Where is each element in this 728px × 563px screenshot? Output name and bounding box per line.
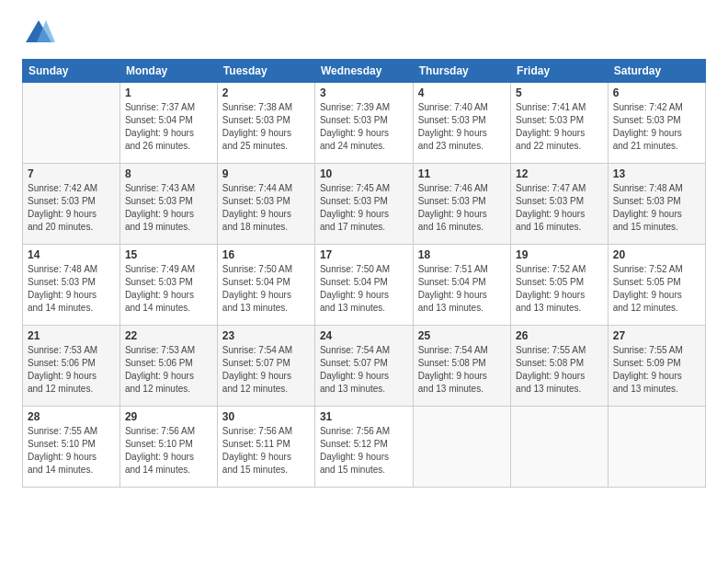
calendar-cell: 31Sunrise: 7:56 AM Sunset: 5:12 PM Dayli… (314, 407, 413, 488)
day-info: Sunrise: 7:56 AM Sunset: 5:12 PM Dayligh… (320, 425, 408, 477)
calendar-cell: 1Sunrise: 7:37 AM Sunset: 5:04 PM Daylig… (119, 83, 217, 164)
calendar-cell (23, 83, 120, 164)
day-info: Sunrise: 7:46 AM Sunset: 5:03 PM Dayligh… (418, 182, 506, 234)
calendar-cell: 26Sunrise: 7:55 AM Sunset: 5:08 PM Dayli… (511, 326, 609, 407)
calendar-cell: 30Sunrise: 7:56 AM Sunset: 5:11 PM Dayli… (217, 407, 314, 488)
page: SundayMondayTuesdayWednesdayThursdayFrid… (0, 0, 728, 563)
day-number: 25 (418, 329, 506, 342)
day-info: Sunrise: 7:38 AM Sunset: 5:03 PM Dayligh… (222, 101, 310, 153)
calendar-cell (413, 407, 510, 488)
day-number: 31 (320, 410, 408, 423)
calendar-cell: 28Sunrise: 7:55 AM Sunset: 5:10 PM Dayli… (23, 407, 120, 488)
calendar-cell: 12Sunrise: 7:47 AM Sunset: 5:03 PM Dayli… (511, 164, 609, 245)
week-row-2: 7Sunrise: 7:42 AM Sunset: 5:03 PM Daylig… (23, 164, 706, 245)
day-number: 23 (222, 329, 310, 342)
calendar-cell: 15Sunrise: 7:49 AM Sunset: 5:03 PM Dayli… (119, 245, 217, 326)
day-number: 18 (418, 248, 506, 261)
day-info: Sunrise: 7:48 AM Sunset: 5:03 PM Dayligh… (28, 263, 115, 315)
day-number: 29 (125, 410, 212, 423)
calendar-cell: 11Sunrise: 7:46 AM Sunset: 5:03 PM Dayli… (413, 164, 510, 245)
day-info: Sunrise: 7:55 AM Sunset: 5:09 PM Dayligh… (613, 344, 700, 396)
calendar-cell: 29Sunrise: 7:56 AM Sunset: 5:10 PM Dayli… (119, 407, 217, 488)
day-number: 12 (516, 167, 603, 180)
day-number: 6 (613, 86, 700, 99)
day-number: 1 (125, 86, 212, 99)
calendar-cell: 22Sunrise: 7:53 AM Sunset: 5:06 PM Dayli… (119, 326, 217, 407)
day-number: 19 (516, 248, 603, 261)
day-info: Sunrise: 7:53 AM Sunset: 5:06 PM Dayligh… (28, 344, 115, 396)
day-number: 15 (125, 248, 212, 261)
day-info: Sunrise: 7:47 AM Sunset: 5:03 PM Dayligh… (516, 182, 603, 234)
week-row-4: 21Sunrise: 7:53 AM Sunset: 5:06 PM Dayli… (23, 326, 706, 407)
weekday-sunday: Sunday (23, 60, 120, 83)
calendar-cell: 19Sunrise: 7:52 AM Sunset: 5:05 PM Dayli… (511, 245, 609, 326)
weekday-wednesday: Wednesday (314, 60, 413, 83)
day-info: Sunrise: 7:54 AM Sunset: 5:07 PM Dayligh… (320, 344, 408, 396)
day-info: Sunrise: 7:43 AM Sunset: 5:03 PM Dayligh… (125, 182, 212, 234)
day-info: Sunrise: 7:42 AM Sunset: 5:03 PM Dayligh… (28, 182, 115, 234)
day-number: 3 (320, 86, 408, 99)
day-number: 13 (613, 167, 700, 180)
day-info: Sunrise: 7:48 AM Sunset: 5:03 PM Dayligh… (613, 182, 700, 234)
week-row-1: 1Sunrise: 7:37 AM Sunset: 5:04 PM Daylig… (23, 83, 706, 164)
day-info: Sunrise: 7:52 AM Sunset: 5:05 PM Dayligh… (613, 263, 700, 315)
day-number: 7 (28, 167, 115, 180)
calendar-cell: 14Sunrise: 7:48 AM Sunset: 5:03 PM Dayli… (23, 245, 120, 326)
day-number: 26 (516, 329, 603, 342)
week-row-3: 14Sunrise: 7:48 AM Sunset: 5:03 PM Dayli… (23, 245, 706, 326)
day-number: 28 (28, 410, 115, 423)
calendar-cell: 20Sunrise: 7:52 AM Sunset: 5:05 PM Dayli… (608, 245, 705, 326)
day-info: Sunrise: 7:45 AM Sunset: 5:03 PM Dayligh… (320, 182, 408, 234)
day-number: 2 (222, 86, 310, 99)
day-number: 4 (418, 86, 506, 99)
day-info: Sunrise: 7:55 AM Sunset: 5:08 PM Dayligh… (516, 344, 603, 396)
day-info: Sunrise: 7:56 AM Sunset: 5:11 PM Dayligh… (222, 425, 310, 477)
calendar-cell: 3Sunrise: 7:39 AM Sunset: 5:03 PM Daylig… (314, 83, 413, 164)
day-number: 5 (516, 86, 603, 99)
day-number: 17 (320, 248, 408, 261)
weekday-tuesday: Tuesday (217, 60, 314, 83)
calendar-cell: 18Sunrise: 7:51 AM Sunset: 5:04 PM Dayli… (413, 245, 510, 326)
day-info: Sunrise: 7:54 AM Sunset: 5:08 PM Dayligh… (418, 344, 506, 396)
weekday-monday: Monday (119, 60, 217, 83)
day-number: 8 (125, 167, 212, 180)
day-number: 9 (222, 167, 310, 180)
day-number: 24 (320, 329, 408, 342)
calendar-table: SundayMondayTuesdayWednesdayThursdayFrid… (22, 59, 706, 488)
logo (22, 17, 61, 50)
week-row-5: 28Sunrise: 7:55 AM Sunset: 5:10 PM Dayli… (23, 407, 706, 488)
day-info: Sunrise: 7:40 AM Sunset: 5:03 PM Dayligh… (418, 101, 506, 153)
calendar-cell: 6Sunrise: 7:42 AM Sunset: 5:03 PM Daylig… (608, 83, 705, 164)
day-info: Sunrise: 7:53 AM Sunset: 5:06 PM Dayligh… (125, 344, 212, 396)
calendar-cell: 10Sunrise: 7:45 AM Sunset: 5:03 PM Dayli… (314, 164, 413, 245)
day-info: Sunrise: 7:54 AM Sunset: 5:07 PM Dayligh… (222, 344, 310, 396)
calendar-cell: 2Sunrise: 7:38 AM Sunset: 5:03 PM Daylig… (217, 83, 314, 164)
weekday-friday: Friday (511, 60, 609, 83)
day-number: 21 (28, 329, 115, 342)
day-info: Sunrise: 7:55 AM Sunset: 5:10 PM Dayligh… (28, 425, 115, 477)
day-number: 22 (125, 329, 212, 342)
calendar-cell: 4Sunrise: 7:40 AM Sunset: 5:03 PM Daylig… (413, 83, 510, 164)
day-info: Sunrise: 7:42 AM Sunset: 5:03 PM Dayligh… (613, 101, 700, 153)
header (22, 17, 706, 50)
day-info: Sunrise: 7:37 AM Sunset: 5:04 PM Dayligh… (125, 101, 212, 153)
day-info: Sunrise: 7:50 AM Sunset: 5:04 PM Dayligh… (320, 263, 408, 315)
calendar-cell: 7Sunrise: 7:42 AM Sunset: 5:03 PM Daylig… (23, 164, 120, 245)
day-number: 27 (613, 329, 700, 342)
logo-icon (22, 17, 55, 50)
calendar-cell: 17Sunrise: 7:50 AM Sunset: 5:04 PM Dayli… (314, 245, 413, 326)
calendar-cell: 21Sunrise: 7:53 AM Sunset: 5:06 PM Dayli… (23, 326, 120, 407)
day-number: 16 (222, 248, 310, 261)
day-info: Sunrise: 7:50 AM Sunset: 5:04 PM Dayligh… (222, 263, 310, 315)
day-info: Sunrise: 7:44 AM Sunset: 5:03 PM Dayligh… (222, 182, 310, 234)
day-number: 11 (418, 167, 506, 180)
calendar-cell: 9Sunrise: 7:44 AM Sunset: 5:03 PM Daylig… (217, 164, 314, 245)
calendar-cell: 13Sunrise: 7:48 AM Sunset: 5:03 PM Dayli… (608, 164, 705, 245)
calendar-cell: 23Sunrise: 7:54 AM Sunset: 5:07 PM Dayli… (217, 326, 314, 407)
day-number: 14 (28, 248, 115, 261)
weekday-header-row: SundayMondayTuesdayWednesdayThursdayFrid… (23, 60, 706, 83)
day-info: Sunrise: 7:56 AM Sunset: 5:10 PM Dayligh… (125, 425, 212, 477)
calendar-cell: 25Sunrise: 7:54 AM Sunset: 5:08 PM Dayli… (413, 326, 510, 407)
calendar-cell: 16Sunrise: 7:50 AM Sunset: 5:04 PM Dayli… (217, 245, 314, 326)
day-info: Sunrise: 7:52 AM Sunset: 5:05 PM Dayligh… (516, 263, 603, 315)
